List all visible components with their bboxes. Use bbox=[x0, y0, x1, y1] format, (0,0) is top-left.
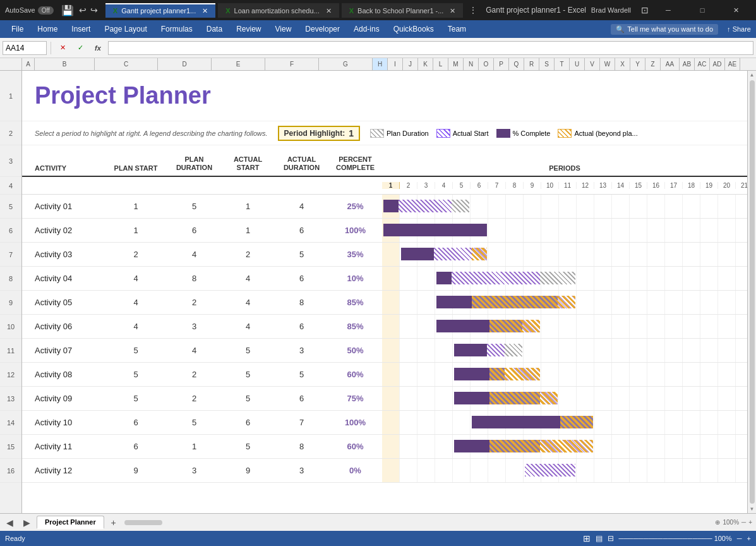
col-header-AC[interactable]: AC bbox=[695, 58, 710, 70]
status-text: Ready bbox=[5, 535, 25, 542]
zoom-in-button[interactable]: + bbox=[747, 535, 751, 542]
gantt-cell-4 bbox=[382, 267, 747, 290]
activity-row-2: Activity 021616100% bbox=[22, 219, 747, 243]
period-5: 5 bbox=[453, 182, 471, 189]
col-header-Y[interactable]: Y bbox=[630, 58, 645, 70]
zoom-out-button[interactable]: ─ bbox=[737, 535, 742, 542]
activity-name-9: Activity 09 bbox=[22, 394, 104, 403]
cancel-formula-button[interactable]: ✕ bbox=[55, 41, 70, 55]
restore-button[interactable]: ⊡ bbox=[641, 5, 649, 15]
tell-me-box[interactable]: 🔍 Tell me what you want to do bbox=[611, 24, 718, 35]
sheet-tab-project-planner[interactable]: Project Planner bbox=[37, 516, 104, 529]
activity-row-12: Activity 1293930% bbox=[22, 459, 747, 483]
h-scroll-thumb[interactable] bbox=[124, 520, 162, 525]
scroll-thumb[interactable] bbox=[750, 80, 755, 504]
col-header-Q[interactable]: Q bbox=[509, 58, 524, 70]
menu-page-layout[interactable]: Page Layout bbox=[98, 22, 153, 36]
activity-name-4: Activity 04 bbox=[22, 274, 104, 283]
col-header-E[interactable]: E bbox=[212, 58, 265, 70]
close-button[interactable]: ✕ bbox=[722, 0, 751, 20]
enter-formula-button[interactable]: ✓ bbox=[73, 41, 88, 55]
col-header-AB[interactable]: AB bbox=[680, 58, 695, 70]
menu-view[interactable]: View bbox=[269, 22, 298, 36]
beyond-swatch bbox=[558, 129, 572, 138]
col-header-G[interactable]: G bbox=[319, 58, 373, 70]
horizontal-scrollbar[interactable] bbox=[123, 519, 712, 526]
menu-team[interactable]: Team bbox=[441, 22, 472, 36]
menu-developer[interactable]: Developer bbox=[299, 22, 346, 36]
name-box[interactable] bbox=[3, 41, 47, 55]
col-header-S[interactable]: S bbox=[539, 58, 555, 70]
col-header-C[interactable]: C bbox=[95, 58, 158, 70]
col-header-U[interactable]: U bbox=[570, 58, 585, 70]
view-normal-icon[interactable]: ⊞ bbox=[583, 533, 591, 543]
col-header-L[interactable]: L bbox=[433, 58, 448, 70]
undo-icon[interactable]: ↩ bbox=[79, 5, 87, 15]
menu-file[interactable]: File bbox=[5, 22, 30, 36]
col-header-F[interactable]: F bbox=[265, 58, 319, 70]
col-header-M[interactable]: M bbox=[448, 58, 464, 70]
col-header-Z[interactable]: Z bbox=[645, 58, 661, 70]
header-periods: PERIODS bbox=[382, 164, 747, 176]
period-highlight-label: Period Highlight: bbox=[284, 129, 345, 138]
scroll-up-button[interactable]: ▲ bbox=[750, 72, 755, 78]
activity-name-6: Activity 06 bbox=[22, 322, 104, 331]
activity-row-4: Activity 04484610% bbox=[22, 267, 747, 291]
col-header-P[interactable]: P bbox=[494, 58, 509, 70]
col-header-AE[interactable]: AE bbox=[725, 58, 740, 70]
status-bar: Ready ⊞ ▤ ⊟ ─────────────────── 100% ─ + bbox=[0, 531, 756, 546]
gantt-cell-12 bbox=[382, 459, 747, 482]
menu-home[interactable]: Home bbox=[31, 22, 64, 36]
legend-actual-start: Actual Start bbox=[436, 129, 489, 138]
menu-addins[interactable]: Add-ins bbox=[347, 22, 386, 36]
prev-sheet-button[interactable]: ◀ bbox=[3, 518, 17, 528]
tab-school[interactable]: X Back to School Planner1 -... ✕ bbox=[342, 3, 464, 18]
col-header-K[interactable]: K bbox=[418, 58, 433, 70]
menu-data[interactable]: Data bbox=[200, 22, 229, 36]
window-title: Gantt project planner1 - Excel bbox=[486, 6, 586, 15]
col-header-O[interactable]: O bbox=[479, 58, 494, 70]
period-highlight-box[interactable]: Period Highlight: 1 bbox=[278, 126, 360, 141]
activity-row-8: Activity 08525560% bbox=[22, 363, 747, 387]
col-header-A[interactable]: A bbox=[22, 58, 35, 70]
next-sheet-button[interactable]: ▶ bbox=[20, 518, 34, 528]
zoom-level: ─────────────────── 100% bbox=[619, 535, 732, 542]
minimize-button[interactable]: ─ bbox=[654, 0, 683, 20]
col-header-AD[interactable]: AD bbox=[710, 58, 725, 70]
tab-loan[interactable]: X Loan amortization schedu... ✕ bbox=[218, 3, 339, 18]
add-sheet-button[interactable]: + bbox=[107, 516, 121, 530]
header-activity: ACTIVITY bbox=[22, 164, 104, 176]
col-header-AA[interactable]: AA bbox=[661, 58, 680, 70]
redo-icon[interactable]: ↪ bbox=[90, 5, 98, 15]
window-controls: Brad Wardell ⊡ ─ □ ✕ bbox=[591, 0, 751, 20]
period-20: 20 bbox=[718, 182, 736, 189]
save-icon[interactable]: 💾 bbox=[61, 4, 74, 16]
view-layout-icon[interactable]: ▤ bbox=[596, 534, 603, 543]
row-numbers: 1 2 3 4 5 6 7 8 9 10 11 12 13 14 15 16 bbox=[0, 71, 22, 513]
menu-formulas[interactable]: Formulas bbox=[155, 22, 199, 36]
menu-insert[interactable]: Insert bbox=[65, 22, 97, 36]
col-header-R[interactable]: R bbox=[524, 58, 539, 70]
menu-quickbooks[interactable]: QuickBooks bbox=[387, 22, 440, 36]
view-pagebreak-icon[interactable]: ⊟ bbox=[608, 534, 614, 543]
formula-input[interactable] bbox=[108, 41, 753, 55]
tab-gantt[interactable]: X Gantt project planner1... ✕ bbox=[105, 3, 215, 18]
col-header-B[interactable]: B bbox=[35, 58, 95, 70]
col-header-T[interactable]: T bbox=[555, 58, 570, 70]
share-button[interactable]: ↑ Share bbox=[727, 25, 751, 33]
col-header-N[interactable]: N bbox=[464, 58, 479, 70]
menu-review[interactable]: Review bbox=[230, 22, 267, 36]
more-tabs-button[interactable]: ⋮ bbox=[465, 3, 481, 17]
col-header-I[interactable]: I bbox=[388, 58, 403, 70]
maximize-button[interactable]: □ bbox=[688, 0, 717, 20]
col-header-J[interactable]: J bbox=[403, 58, 418, 70]
vertical-scrollbar[interactable]: ▲ ▼ bbox=[747, 71, 756, 513]
col-header-X[interactable]: X bbox=[615, 58, 630, 70]
period-highlight-value: 1 bbox=[349, 128, 354, 138]
col-header-W[interactable]: W bbox=[600, 58, 615, 70]
insert-function-button[interactable]: fx bbox=[90, 41, 105, 55]
scroll-down-button[interactable]: ▼ bbox=[750, 506, 755, 512]
col-header-V[interactable]: V bbox=[585, 58, 600, 70]
col-header-D[interactable]: D bbox=[158, 58, 212, 70]
col-header-H[interactable]: H bbox=[373, 58, 388, 70]
